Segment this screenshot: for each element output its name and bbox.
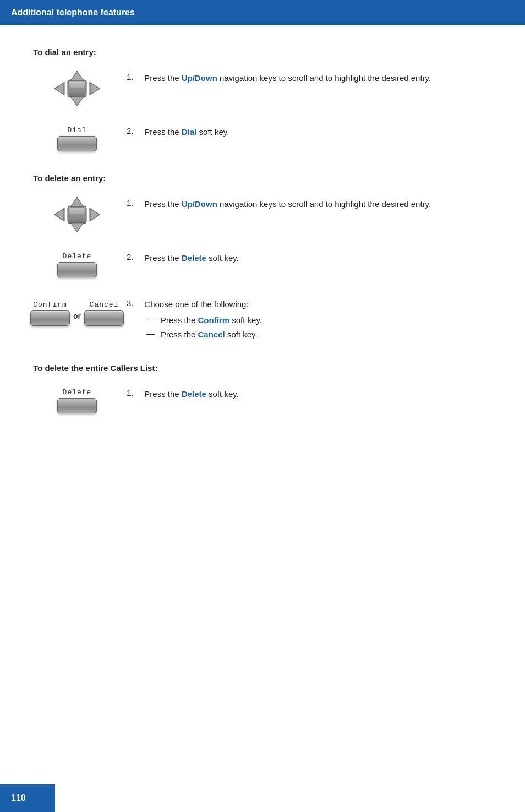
- page-header: Additional telephone features: [0, 0, 525, 25]
- cancel-button: [84, 310, 124, 326]
- sub-step-cancel: — Press the Cancel soft key.: [146, 329, 492, 341]
- dial-step-2: Dial 2. Press the Dial soft key.: [33, 124, 492, 154]
- page-footer: 110: [0, 784, 55, 812]
- delete-key-col: Delete: [33, 250, 121, 280]
- svg-marker-9: [72, 97, 83, 105]
- delete-softkey: Delete: [57, 252, 97, 277]
- svg-marker-5: [91, 83, 99, 94]
- svg-marker-20: [72, 224, 83, 231]
- dial-step-2-text: 2. Press the Dial soft key.: [121, 124, 492, 139]
- main-content: To dial an entry:: [0, 25, 525, 449]
- dial-button: [57, 136, 97, 151]
- delete-all-highlight: Delete: [182, 389, 206, 399]
- section-heading-delete-all: To delete the entire Callers List:: [33, 363, 492, 373]
- confirm-cancel-pair: Confirm or Cancel: [30, 298, 124, 328]
- confirm-highlight: Confirm: [198, 315, 230, 325]
- dial-step-1-text: 1. Press the Up/Down navigation keys to …: [121, 70, 492, 85]
- cancel-softkey: Cancel: [84, 301, 124, 326]
- dial-step-1: 1. Press the Up/Down navigation keys to …: [33, 70, 492, 107]
- confirm-softkey: Confirm: [30, 301, 70, 326]
- sub-steps: — Press the Confirm soft key. — Press th…: [127, 314, 492, 341]
- svg-rect-21: [70, 208, 84, 214]
- confirm-cancel-col: Confirm or Cancel: [33, 296, 121, 330]
- svg-marker-16: [91, 209, 99, 220]
- delete-step-1: 1. Press the Up/Down navigation keys to …: [33, 196, 492, 233]
- delete-all-button: [57, 398, 97, 413]
- delete-all-step-1: Delete 1. Press the Delete soft key.: [33, 386, 492, 416]
- delete-button: [57, 262, 97, 277]
- or-label: or: [73, 312, 81, 324]
- delete-step-3-text: 3. Choose one of the following: — Press …: [121, 296, 492, 344]
- cancel-highlight: Cancel: [198, 330, 225, 339]
- delete-all-key-col: Delete: [33, 386, 121, 416]
- dial-key-col: Dial: [33, 124, 121, 154]
- delete-all-softkey: Delete: [57, 388, 97, 413]
- svg-rect-10: [70, 82, 84, 88]
- delete-step-3: Confirm or Cancel 3. Choose one of the f…: [33, 296, 492, 344]
- page-title: Additional telephone features: [11, 8, 135, 17]
- nav-key-icon-2: [52, 196, 102, 233]
- delete-all-step-1-text: 1. Press the Delete soft key.: [121, 386, 492, 401]
- delete-step-1-text: 1. Press the Up/Down navigation keys to …: [121, 196, 492, 211]
- svg-marker-7: [72, 72, 83, 80]
- nav-key-icon: [52, 70, 102, 107]
- nav-key-icon-col-2: [33, 196, 121, 233]
- page-number: 110: [11, 793, 26, 803]
- confirm-button: [30, 310, 70, 326]
- svg-marker-14: [56, 209, 63, 220]
- section-heading-delete: To delete an entry:: [33, 173, 492, 183]
- dial-highlight: Dial: [182, 127, 197, 137]
- updown-highlight: Up/Down: [182, 73, 217, 83]
- delete-step-2-text: 2. Press the Delete soft key.: [121, 250, 492, 265]
- svg-marker-18: [72, 198, 83, 206]
- delete-highlight: Delete: [182, 253, 206, 263]
- delete-step-2: Delete 2. Press the Delete soft key.: [33, 250, 492, 280]
- sub-step-confirm: — Press the Confirm soft key.: [146, 314, 492, 327]
- nav-key-icon-col: [33, 70, 121, 107]
- dial-softkey: Dial: [57, 126, 97, 151]
- updown-highlight-2: Up/Down: [182, 199, 217, 209]
- svg-marker-3: [56, 83, 63, 94]
- section-heading-dial: To dial an entry:: [33, 47, 492, 57]
